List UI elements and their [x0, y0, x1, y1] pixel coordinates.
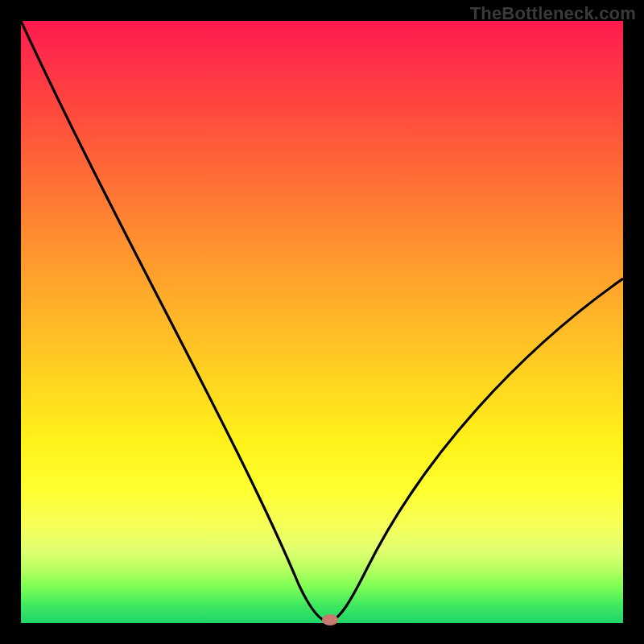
vertex-marker [322, 614, 338, 625]
curve-right [328, 279, 623, 621]
plot-area [21, 21, 623, 623]
chart-frame: TheBottleneck.com [0, 0, 644, 644]
curve-left [21, 21, 328, 621]
bottleneck-curve [21, 21, 623, 623]
